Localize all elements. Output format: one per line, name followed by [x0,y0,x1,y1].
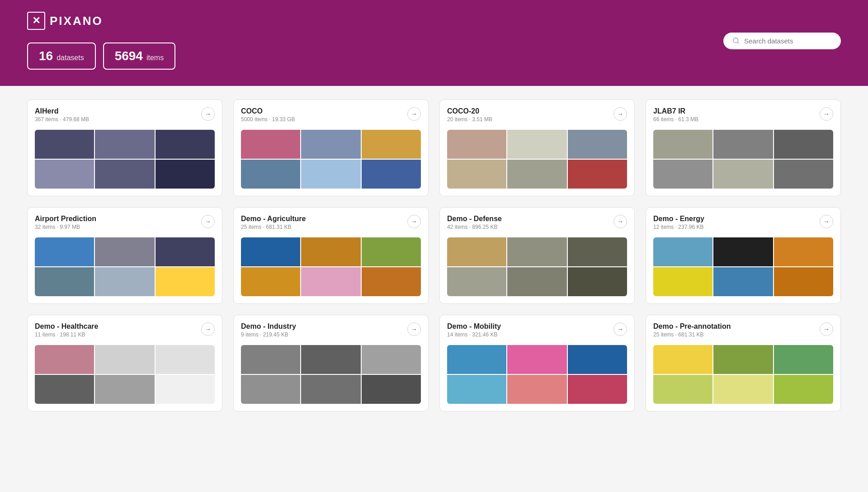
items-stat: 5694 items [103,43,176,70]
card-image-2 [95,237,154,266]
card-image-4 [241,160,300,189]
card-arrow-button[interactable]: → [201,107,215,121]
card-image-5 [713,375,773,404]
card-arrow-button[interactable]: → [407,215,421,228]
card-image-2 [301,345,360,374]
card-arrow-button[interactable]: → [820,322,833,336]
card-arrow-button[interactable]: → [407,107,421,121]
card-image-3 [774,345,833,374]
dataset-card-jlab7ir[interactable]: JLAB7 IR66 items · 61.3 MB→ [646,99,841,196]
search-box[interactable] [723,33,841,49]
card-arrow-button[interactable]: → [613,322,627,336]
search-input[interactable] [744,37,832,45]
card-title: Demo - Mobility [447,322,501,331]
card-image-3 [774,130,833,159]
card-subtitle: 5000 items · 19.33 GB [241,116,295,123]
card-title-block: Demo - Energy12 items · 237.96 KB [653,215,704,230]
svg-line-1 [737,42,739,43]
card-header: Demo - Pre-annotation25 items · 681.31 K… [646,315,840,341]
card-image-4 [241,267,300,296]
dataset-card-demo-agriculture[interactable]: Demo - Agriculture25 items · 681.31 KB→ [233,207,429,304]
card-image-6 [362,160,421,189]
card-arrow-button[interactable]: → [201,215,215,228]
card-image-grid [447,237,627,296]
card-header: Demo - Industry9 items · 219.45 KB→ [234,315,428,341]
dataset-card-demo-energy[interactable]: Demo - Energy12 items · 237.96 KB→ [646,207,841,304]
card-title-block: COCO5000 items · 19.33 GB [241,107,295,123]
card-image-6 [156,160,215,189]
card-title-block: Demo - Healthcare11 items · 198.11 KB [35,322,99,338]
card-title: Airport Prediction [35,215,96,223]
card-subtitle: 11 items · 198.11 KB [35,331,99,338]
card-image-4 [447,160,506,189]
dataset-card-demo-defense[interactable]: Demo - Defense42 items · 896.25 KB→ [439,207,635,304]
card-image-6 [156,267,215,296]
card-image-5 [507,160,566,189]
card-image-1 [653,345,712,374]
card-image-6 [362,375,421,404]
card-image-2 [95,345,154,374]
card-header: COCO-2020 items · 3.51 MB→ [440,100,634,126]
card-arrow-button[interactable]: → [820,215,833,228]
card-title: Demo - Defense [447,215,502,223]
card-subtitle: 25 items · 681.31 KB [653,331,731,338]
card-arrow-button[interactable]: → [613,107,627,121]
card-image-2 [301,130,360,159]
card-image-5 [713,160,773,189]
card-image-4 [653,160,712,189]
card-subtitle: 25 items · 681.31 KB [241,224,306,230]
card-subtitle: 32 items · 9.97 MB [35,224,96,230]
card-image-grid [447,130,627,189]
card-image-3 [362,237,421,266]
card-image-grid [241,345,421,404]
card-arrow-button[interactable]: → [820,107,833,121]
card-subtitle: 66 items · 61.3 MB [653,116,698,123]
dataset-card-coco-20[interactable]: COCO-2020 items · 3.51 MB→ [439,99,635,196]
card-image-2 [301,237,360,266]
main-content: AIHerd367 items · 479.68 MB→COCO5000 ite… [0,86,868,425]
card-title: Demo - Pre-annotation [653,322,731,331]
logo-text: PIXANO [50,14,103,28]
card-header: Demo - Healthcare11 items · 198.11 KB→ [28,315,222,341]
card-image-5 [713,267,773,296]
stats-container: 16 datasets 5694 items [27,43,175,70]
card-image-3 [362,345,421,374]
card-image-4 [35,375,94,404]
card-image-3 [156,130,215,159]
card-image-6 [362,267,421,296]
dataset-card-demo-preannotation[interactable]: Demo - Pre-annotation25 items · 681.31 K… [646,315,841,412]
card-header: AIHerd367 items · 479.68 MB→ [28,100,222,126]
card-image-2 [713,130,773,159]
card-image-grid [35,345,215,404]
card-title-block: COCO-2020 items · 3.51 MB [447,107,492,123]
card-arrow-button[interactable]: → [613,215,627,228]
card-arrow-button[interactable]: → [407,322,421,336]
card-image-3 [156,237,215,266]
dataset-card-aiherd[interactable]: AIHerd367 items · 479.68 MB→ [27,99,222,196]
dataset-card-airport-prediction[interactable]: Airport Prediction32 items · 9.97 MB→ [27,207,222,304]
card-title-block: Demo - Defense42 items · 896.25 KB [447,215,502,230]
card-header: Demo - Mobility14 items · 321.46 KB→ [440,315,634,341]
card-image-6 [156,375,215,404]
card-header: COCO5000 items · 19.33 GB→ [234,100,428,126]
card-image-5 [301,375,360,404]
card-title-block: Demo - Industry9 items · 219.45 KB [241,322,296,338]
card-image-6 [568,375,627,404]
dataset-card-demo-mobility[interactable]: Demo - Mobility14 items · 321.46 KB→ [439,315,635,412]
card-header: Demo - Agriculture25 items · 681.31 KB→ [234,208,428,234]
card-image-2 [95,130,154,159]
card-image-grid [35,130,215,189]
datasets-label: datasets [57,54,84,62]
card-arrow-button[interactable]: → [201,322,215,336]
card-image-1 [35,237,94,266]
card-subtitle: 14 items · 321.46 KB [447,331,501,338]
dataset-card-demo-industry[interactable]: Demo - Industry9 items · 219.45 KB→ [233,315,429,412]
card-header: Demo - Defense42 items · 896.25 KB→ [440,208,634,234]
dataset-card-demo-healthcare[interactable]: Demo - Healthcare11 items · 198.11 KB→ [27,315,222,412]
card-image-grid [241,237,421,296]
card-image-3 [156,345,215,374]
card-title: JLAB7 IR [653,107,698,115]
logo: ✕ PIXANO [27,12,175,30]
card-image-3 [774,237,833,266]
dataset-card-coco[interactable]: COCO5000 items · 19.33 GB→ [233,99,429,196]
